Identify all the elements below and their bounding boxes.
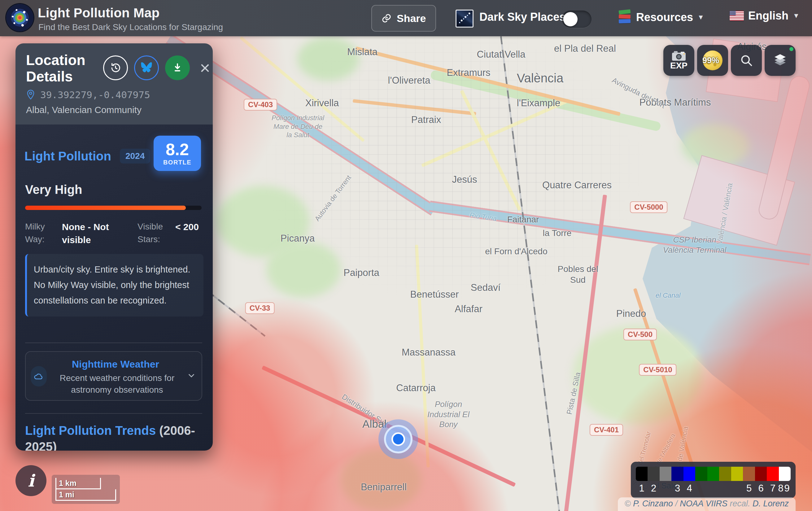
year-badge: 2024 [120, 149, 150, 164]
layers-icon [772, 53, 788, 68]
visible-stars-value: < 200 [175, 221, 200, 233]
exposure-button[interactable]: EXP [663, 45, 694, 76]
panel-body-section: Light Pollution 2024 8.2 BORTLE Very Hig… [16, 124, 213, 451]
map-label: Benetússer [410, 289, 459, 301]
legend-swatch [743, 467, 755, 481]
pollution-progress-bar [25, 206, 202, 210]
map-label: Patraix [411, 114, 441, 126]
road-shield: CV-5000 [630, 201, 667, 213]
exposure-label: EXP [670, 61, 688, 70]
map-label: Faitanar [507, 214, 539, 225]
bluesky-share-button[interactable] [134, 55, 159, 80]
chevron-down-icon: ▼ [793, 12, 800, 20]
download-button[interactable] [165, 55, 190, 80]
app-logo-icon[interactable] [6, 4, 33, 31]
legend-swatch [731, 467, 743, 481]
us-flag-icon [730, 11, 744, 21]
map-label: Pobles del Sud [555, 263, 601, 285]
legend-swatch [671, 467, 683, 481]
scale-km: 1 km [55, 478, 101, 489]
location-marker[interactable] [378, 419, 418, 459]
legend-color-bar [636, 467, 791, 481]
close-button[interactable]: × [193, 55, 213, 80]
weather-title: Nighttime Weather [48, 359, 184, 370]
panel-title: Location Details [26, 52, 104, 85]
divider [25, 343, 202, 343]
visible-stars-label: Visible Stars: [138, 221, 172, 246]
map-label: Paiporta [343, 267, 379, 279]
search-icon [740, 54, 753, 67]
location-details-panel: Location Details × 39.392279,-0.407975 A… [16, 44, 213, 451]
attribution-text: / [673, 499, 680, 508]
map-label: Pinedo [616, 308, 646, 320]
cloud-icon-pill [31, 366, 47, 387]
legend-number: 5 [746, 483, 752, 494]
scale-mi: 1 mi [55, 489, 116, 501]
legend-number: 8 [778, 483, 783, 494]
attribution-text: © [625, 499, 633, 508]
language-label: English [748, 9, 788, 22]
share-label: Share [397, 12, 426, 25]
legend-swatch [695, 467, 707, 481]
legend-swatch [636, 467, 647, 481]
nighttime-weather-card[interactable]: Nighttime Weather Recent weather conditi… [25, 351, 202, 401]
link-icon [381, 13, 392, 24]
bortle-score-card: 8.2 BORTLE [154, 136, 201, 171]
map-label: Extramurs [446, 67, 490, 79]
app-subtitle: Find the Best Dark Sky Locations for Sta… [38, 22, 223, 32]
moon-phase-value: 99% [701, 56, 721, 65]
map-label: l'Eixample [517, 97, 560, 109]
history-icon [109, 62, 122, 74]
books-icon [618, 9, 632, 25]
legend-swatch [719, 467, 731, 481]
map-label: València [517, 70, 563, 86]
info-button[interactable]: i [16, 465, 47, 496]
chevron-down-icon: ▼ [697, 13, 704, 21]
layers-button[interactable] [764, 45, 795, 76]
road-shield: CV-500 [624, 329, 657, 340]
map-label: Picanya [281, 233, 315, 245]
legend-number: 2 [651, 483, 656, 494]
sky-description: Urban/city sky. Entire sky is brightened… [25, 254, 203, 316]
legend-swatch [647, 467, 659, 481]
scale-control: 1 km 1 mi [52, 475, 120, 504]
road-shield: CV-5010 [639, 364, 676, 376]
attribution-link[interactable]: P. Cinzano [633, 499, 673, 508]
map-label: l'Olivereta [388, 75, 431, 87]
legend-number: 9 [784, 483, 789, 494]
legend-numbers: 123456789 [636, 482, 791, 496]
camera-icon [671, 50, 686, 61]
dark-sky-places-label: Dark Sky Places [480, 10, 566, 24]
app-title: Light Pollution Map [38, 6, 160, 21]
language-menu[interactable]: English ▼ [730, 9, 800, 22]
moon-icon: 99% [703, 51, 723, 70]
resources-menu[interactable]: Resources ▼ [618, 9, 704, 25]
pollution-progress-fill [25, 206, 186, 210]
butterfly-icon [140, 62, 153, 74]
trends-link[interactable]: Light Pollution Trends (2006-2025) [25, 422, 203, 451]
search-button[interactable] [731, 45, 762, 76]
cloud-icon [33, 372, 44, 381]
map-label: Jesús [452, 174, 477, 186]
map-label: la Torre [543, 228, 572, 238]
share-button[interactable]: Share [371, 5, 436, 32]
map-label: el Pla del Real [554, 43, 616, 55]
map-controls: EXP 99% [663, 45, 795, 76]
legend-swatch [660, 467, 671, 481]
marker-dot [392, 432, 405, 446]
coordinates-value[interactable]: 39.392279,-0.407975 [40, 89, 150, 100]
history-button[interactable] [103, 55, 128, 80]
bortle-legend: 123456789 [631, 462, 795, 498]
download-icon [172, 62, 183, 74]
map-label: Beniparrell [361, 481, 407, 493]
legend-swatch [755, 467, 767, 481]
map-label: el Canal [656, 291, 681, 300]
road-shield: CV-33 [245, 302, 275, 314]
moon-phase-button[interactable]: 99% [697, 45, 728, 76]
attribution-link[interactable]: D. Lorenz [753, 499, 789, 508]
place-name: Albal, Valencian Community [26, 105, 142, 115]
attribution-link[interactable]: NOAA VIIRS [680, 499, 727, 508]
chevron-down-icon [187, 371, 196, 380]
dark-sky-places-toggle[interactable] [562, 10, 591, 28]
legend-number: 7 [770, 483, 776, 494]
